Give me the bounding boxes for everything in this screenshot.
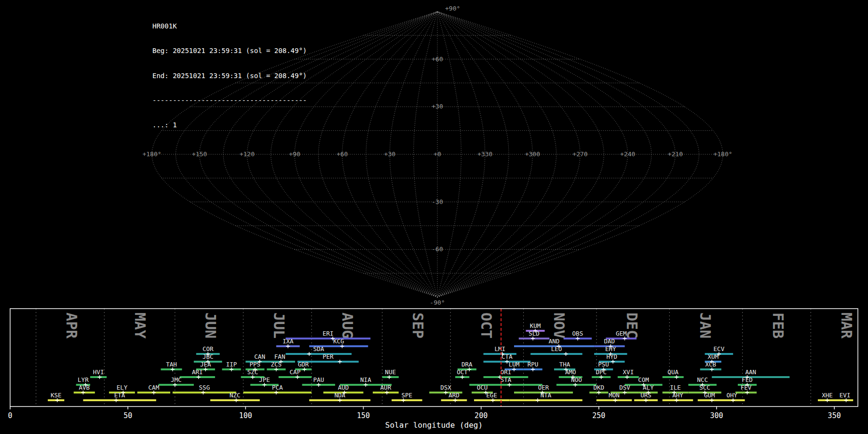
shower-code-label: PAU	[313, 376, 324, 383]
grid-meridian	[437, 12, 651, 297]
longitude-label: +0	[434, 150, 441, 158]
month-label: OCT	[478, 312, 495, 339]
shower-peak-marker	[491, 398, 495, 402]
shower-code-label: ZCS	[271, 361, 282, 368]
x-tick-label: 100	[239, 411, 252, 420]
month-label: NOV	[551, 312, 568, 339]
grid-meridian	[437, 12, 699, 297]
shower-code-label: SSG	[199, 384, 210, 391]
shower-code-label: STA	[501, 376, 512, 383]
month-label: FEB	[770, 312, 787, 339]
x-tick-label: 350	[828, 411, 841, 420]
shower-peak-marker	[364, 383, 367, 387]
shower-code-label: FEV	[741, 384, 752, 391]
shower-peak-marker	[234, 398, 238, 402]
month-label: JAN	[697, 312, 714, 339]
shower-bar	[285, 353, 352, 355]
x-tick-label: 0	[8, 411, 12, 420]
shower-peak-marker	[262, 383, 266, 387]
shower-code-label: KUM	[530, 322, 541, 329]
shower-peak-marker	[286, 344, 290, 348]
shower-peak-marker	[201, 391, 205, 394]
shower-code-label: ARD	[448, 392, 460, 399]
shower-code-label: OCT	[457, 368, 468, 376]
shower-bar	[285, 338, 370, 339]
longitude-label: +180°	[713, 150, 732, 158]
longitude-label: +120	[240, 150, 255, 158]
longitude-label: +270	[572, 150, 587, 158]
shower-code-label: NTA	[541, 392, 552, 399]
shower-code-label: DPC	[596, 368, 607, 376]
shower-bar	[698, 399, 721, 401]
shower-code-label: QUA	[667, 368, 678, 376]
longitude-label: +300	[525, 150, 540, 158]
shower-code-label: DRA	[461, 361, 473, 368]
shower-peak-marker	[171, 367, 175, 371]
shower-peak-marker	[340, 344, 344, 348]
shower-code-label: XVI	[623, 368, 634, 376]
shower-peak-marker	[599, 375, 603, 379]
shower-code-label: AVB	[79, 384, 90, 391]
shower-code-label: PER	[323, 353, 334, 360]
shower-code-label: GUM	[704, 392, 715, 399]
grid-meridian	[223, 12, 437, 297]
shower-code-label: XUM	[707, 353, 719, 360]
shower-code-label: IXA	[283, 338, 294, 345]
shower-code-label: GDR	[298, 361, 309, 368]
shower-code-label: DKD	[594, 384, 605, 391]
shower-code-label: EVI	[840, 392, 851, 399]
shower-code-label: KCG	[333, 338, 344, 345]
shower-code-label: CTA	[502, 353, 513, 360]
shower-code-label: LEO	[551, 345, 562, 353]
shower-code-label: COM	[638, 376, 649, 383]
x-tick-label: 50	[123, 411, 132, 420]
north-pole-label: +90°	[445, 5, 460, 12]
shower-peak-marker	[230, 367, 233, 371]
shower-code-label: ELY	[117, 384, 128, 391]
shower-peak-marker	[710, 398, 714, 402]
longitude-label: +210	[668, 150, 683, 158]
shower-peak-marker	[55, 398, 59, 402]
shower-peak-marker	[307, 352, 311, 356]
shower-code-label: ECV	[714, 345, 725, 353]
shower-peak-marker	[302, 367, 306, 371]
shower-peak-marker	[274, 367, 278, 371]
shower-code-label: PSU	[598, 361, 609, 368]
shower-peak-marker	[251, 375, 255, 379]
latitude-label: -60	[432, 245, 443, 253]
shower-peak-marker	[844, 398, 848, 402]
shower-code-label: TAH	[166, 361, 177, 368]
x-tick-label: 300	[710, 411, 723, 420]
latitude-label: -30	[432, 198, 443, 205]
shower-code-label: DSV	[619, 384, 630, 391]
shower-peak-marker	[507, 383, 511, 387]
shower-peak-marker	[114, 398, 118, 402]
shower-code-label: LMI	[494, 345, 505, 353]
shower-code-label: SZC	[247, 368, 258, 376]
x-tick-label: 200	[475, 411, 488, 420]
shower-peak-marker	[467, 367, 471, 371]
shower-code-label: EGE	[486, 392, 497, 399]
shower-code-label: FAN	[274, 353, 285, 360]
shower-peak-marker	[597, 391, 601, 394]
shower-code-label: XHE	[822, 392, 833, 399]
shower-peak-marker	[385, 391, 389, 394]
shower-code-label: COR	[203, 345, 214, 353]
x-tick-label: 150	[357, 411, 370, 420]
shower-code-label: LYR	[78, 376, 89, 383]
shower-peak-marker	[203, 367, 207, 371]
shower-bar	[530, 353, 582, 355]
shower-code-label: URS	[640, 392, 651, 399]
shower-code-label: DAD	[604, 338, 615, 345]
shower-code-label: IIP	[226, 361, 237, 368]
latitude-label: +30	[432, 103, 443, 110]
shower-code-label: NUE	[385, 368, 396, 376]
shower-code-label: AUD	[338, 384, 349, 391]
shower-peak-marker	[461, 375, 464, 379]
longitude-label: +150	[192, 150, 207, 158]
shower-peak-marker	[531, 337, 535, 340]
shower-peak-marker	[623, 391, 627, 394]
month-label: SEP	[409, 312, 426, 339]
shower-code-label: ORI	[501, 368, 512, 376]
shower-code-label: SLD	[529, 330, 540, 337]
